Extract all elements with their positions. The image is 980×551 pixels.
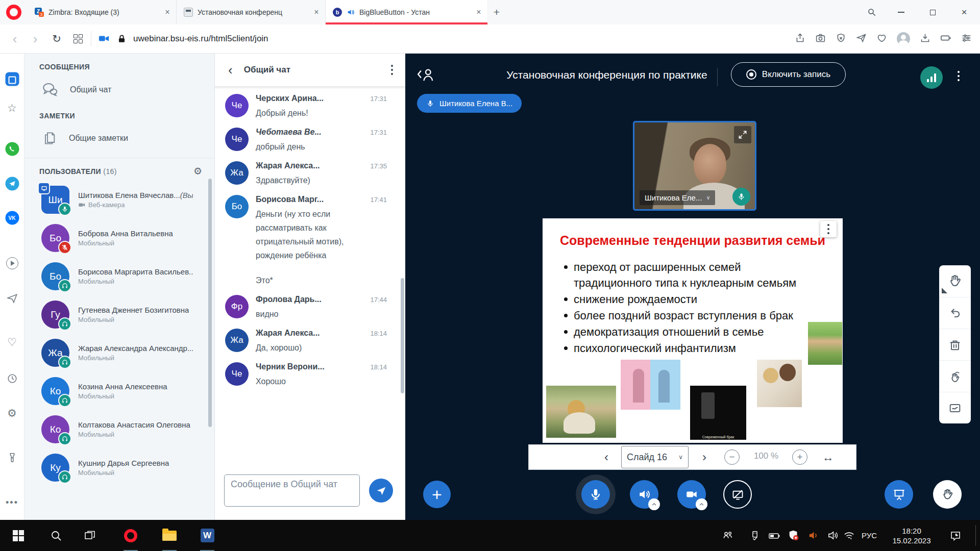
tab-zimbra[interactable]: Zimbra: Входящие (3): [28, 0, 177, 24]
screenshare-button[interactable]: [723, 480, 752, 509]
tray-battery-icon[interactable]: [765, 520, 784, 551]
speed-dial-icon[interactable]: [5, 72, 19, 86]
task-view-icon[interactable]: [79, 520, 101, 551]
microphone-button[interactable]: [576, 474, 616, 514]
multiuser-draw-tool-button[interactable]: [939, 360, 971, 392]
zoom-out-button[interactable]: −: [724, 449, 740, 465]
adblock-shield-icon[interactable]: [836, 33, 846, 45]
telegram-icon[interactable]: [5, 177, 19, 191]
presentation-slide[interactable]: Современные тенденции развития семьи пер…: [543, 218, 843, 443]
previous-slide-button[interactable]: ‹: [598, 449, 615, 465]
user-row[interactable]: Бо Боброва Анна Витальевна Мобильный: [24, 224, 214, 252]
options-menu-kebab-icon[interactable]: [955, 69, 962, 83]
next-slide-button[interactable]: ›: [696, 449, 713, 465]
easy-setup-sliders-icon[interactable]: [961, 33, 972, 45]
taskbar-opera-icon[interactable]: [118, 520, 143, 551]
userlist-scrollbar[interactable]: [208, 179, 212, 427]
sidebar-item-public-chat[interactable]: Общий чат: [24, 81, 214, 98]
clear-whiteboard-button[interactable]: [939, 329, 971, 360]
pan-tool-button[interactable]: [939, 265, 971, 297]
url-text[interactable]: uwebinar.bsu-eis.ru/html5client/join: [133, 34, 795, 44]
tab-bigbluebutton-active[interactable]: BigBlueButton - Устан: [326, 0, 488, 24]
snapshot-camera-icon[interactable]: [815, 33, 826, 45]
vk-icon[interactable]: VK: [5, 211, 19, 225]
user-row[interactable]: Ши Шитикова Елена Вячеслав...(Вы) Веб-ка…: [24, 186, 214, 214]
tab-search-icon[interactable]: [865, 6, 878, 19]
fullscreen-icon[interactable]: [734, 126, 751, 143]
new-tab-button[interactable]: [488, 0, 505, 24]
show-desktop-strip[interactable]: [975, 525, 976, 546]
taskbar-word-icon[interactable]: [195, 520, 219, 551]
start-recording-button[interactable]: Включить запись: [731, 62, 846, 87]
audio-speaker-button[interactable]: [630, 480, 658, 509]
tray-defender-alert-icon[interactable]: [784, 520, 803, 551]
webcam-name-tag[interactable]: Шитикова Еле...∨: [640, 190, 715, 205]
send-message-button[interactable]: [369, 479, 393, 503]
start-button[interactable]: [7, 520, 30, 551]
audio-options-chevron-icon[interactable]: [648, 498, 660, 510]
chat-message-list[interactable]: Че Черских Арина...17:31 Добрый день! Че…: [215, 86, 405, 438]
battery-icon[interactable]: [940, 32, 951, 45]
flow-paper-plane-icon[interactable]: [856, 33, 867, 45]
favorites-heart-icon[interactable]: [876, 33, 887, 45]
user-row[interactable]: Ку Кушнир Дарья Сергеевна Мобильный: [24, 454, 214, 482]
tab-conference-page[interactable]: Установочная конференц: [177, 0, 326, 24]
chat-message-input[interactable]: [224, 474, 360, 507]
window-minimize-button[interactable]: [894, 6, 908, 19]
tab-close-icon[interactable]: [474, 8, 483, 17]
history-clock-icon[interactable]: [7, 373, 18, 384]
fit-to-width-button[interactable]: ↔: [818, 449, 838, 465]
favorites-heart-icon[interactable]: ♡: [7, 336, 17, 348]
user-row[interactable]: Бо Борисова Маргарита Васильев... Мобиль…: [24, 262, 214, 290]
connection-status-icon[interactable]: [920, 66, 943, 89]
webcam-share-button[interactable]: [677, 480, 706, 509]
my-flow-paper-plane-icon[interactable]: [6, 293, 18, 305]
bookmarks-star-icon[interactable]: ☆: [7, 102, 17, 114]
user-row[interactable]: Гу Гутенева Дженнет Бозигитовна Мобильны…: [24, 300, 214, 329]
taskbar-clock[interactable]: 18:20 15.02.2023: [884, 520, 939, 551]
tab-audio-playing-icon[interactable]: [347, 8, 355, 16]
chat-options-kebab-icon[interactable]: [389, 63, 395, 77]
more-options-dots-icon[interactable]: [6, 497, 18, 508]
share-icon[interactable]: [795, 33, 805, 45]
undo-button[interactable]: [939, 297, 971, 329]
back-icon[interactable]: ‹: [8, 32, 21, 45]
webcam-video[interactable]: Шитикова Еле...∨: [633, 121, 756, 211]
actions-plus-button[interactable]: +: [423, 481, 451, 508]
camera-in-use-icon[interactable]: [97, 32, 111, 45]
flashlight-icon[interactable]: [7, 452, 18, 463]
user-row[interactable]: Ко Козина Анна Алексеевна Мобильный: [24, 377, 214, 405]
whatsapp-icon[interactable]: [5, 142, 19, 156]
users-settings-gear-icon[interactable]: ⚙: [193, 165, 202, 177]
tray-people-icon[interactable]: [717, 520, 738, 551]
tray-usb-icon[interactable]: [745, 520, 765, 551]
language-indicator[interactable]: РУС: [859, 520, 880, 551]
talking-indicator[interactable]: Шитикова Елена В...: [417, 94, 522, 113]
forward-icon[interactable]: ›: [29, 32, 42, 45]
tray-network-icon[interactable]: [839, 520, 859, 551]
window-maximize-button[interactable]: [926, 6, 939, 19]
player-icon[interactable]: [6, 257, 18, 269]
reload-icon[interactable]: ↻: [50, 32, 63, 45]
webcam-options-chevron-icon[interactable]: [696, 498, 707, 510]
taskbar-file-explorer-icon[interactable]: [157, 520, 182, 551]
tray-app-volume-icon[interactable]: [803, 520, 823, 551]
toggle-userlist-button[interactable]: [416, 66, 437, 86]
lock-icon[interactable]: [115, 32, 128, 45]
profile-avatar[interactable]: [897, 32, 910, 45]
restore-presentation-button[interactable]: [885, 480, 913, 509]
settings-gear-icon[interactable]: ⚙: [7, 407, 17, 419]
raise-hand-button[interactable]: [933, 480, 962, 509]
taskbar-search-icon[interactable]: [45, 520, 67, 551]
zoom-in-button[interactable]: +: [792, 449, 807, 465]
downloads-icon[interactable]: [920, 33, 930, 45]
user-row[interactable]: Жа Жарая Александра Александр... Мобильн…: [24, 339, 214, 367]
sidebar-item-shared-notes[interactable]: Общие заметки: [24, 130, 214, 146]
shapes-tool-button[interactable]: [939, 392, 971, 423]
action-center-icon[interactable]: [944, 520, 967, 551]
user-row[interactable]: Ко Колтакова Анастасия Олеговна Мобильны…: [24, 415, 214, 443]
slide-options-kebab-icon[interactable]: [820, 221, 837, 237]
speed-dial-grid-icon[interactable]: [71, 32, 85, 45]
tab-close-icon[interactable]: [163, 8, 172, 17]
opera-logo-icon[interactable]: [6, 5, 21, 20]
